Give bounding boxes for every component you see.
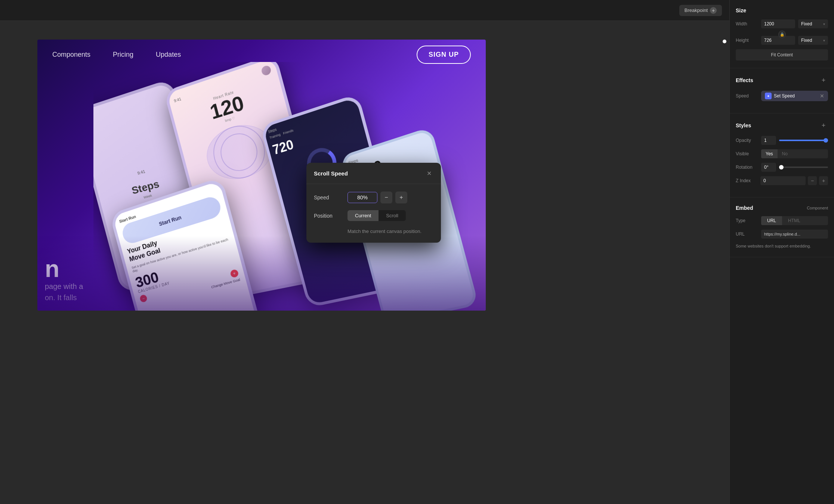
type-toggle: URL HTML bbox=[761, 216, 828, 225]
z-index-input[interactable] bbox=[760, 176, 806, 185]
dialog-close-button[interactable]: ✕ bbox=[424, 169, 433, 178]
type-url-button[interactable]: URL bbox=[761, 216, 782, 225]
speed-decrement-button[interactable]: − bbox=[380, 192, 392, 203]
hero-subtext: page with a on. It falls bbox=[45, 281, 83, 303]
rotation-slider-thumb bbox=[779, 165, 784, 169]
dialog-position-row: Position Current Scroll bbox=[314, 210, 433, 221]
speed-increment-button[interactable]: + bbox=[395, 192, 407, 203]
speed-input-wrapper: − + bbox=[348, 192, 433, 203]
opacity-slider-thumb bbox=[824, 138, 828, 143]
effects-section-header: Effects + bbox=[736, 76, 828, 85]
nav-cta-button[interactable]: SIGN UP bbox=[417, 46, 471, 64]
nav-link-updates[interactable]: Updates bbox=[156, 51, 181, 59]
width-mode-select[interactable]: Fixed ▾ bbox=[798, 19, 828, 28]
nav-links: Components Pricing Updates bbox=[52, 51, 417, 59]
embed-url-input[interactable] bbox=[761, 230, 828, 239]
embed-section-header: Embed Component bbox=[736, 205, 828, 211]
size-section-title: Size bbox=[736, 7, 746, 13]
dialog-speed-label: Speed bbox=[314, 195, 348, 200]
width-input[interactable] bbox=[761, 19, 795, 28]
breakpoint-button[interactable]: Breakpoint + bbox=[679, 5, 722, 16]
height-label: Height bbox=[736, 38, 758, 43]
embed-warning: Some websites don't support embedding. bbox=[736, 243, 828, 249]
right-panel: Size Width Fixed ▾ 🔒 Height Fixed bbox=[729, 0, 834, 504]
hero-text: n bbox=[45, 257, 59, 281]
nav-bar: Components Pricing Updates SIGN UP bbox=[37, 40, 486, 69]
effects-speed-row: Speed ✦ Set Speed ✕ bbox=[736, 91, 828, 101]
effects-add-button[interactable]: + bbox=[819, 76, 828, 85]
canvas-content: Components Pricing Updates SIGN UP 9:41 … bbox=[0, 21, 729, 504]
speed-badge-close-button[interactable]: ✕ bbox=[820, 93, 824, 99]
z-index-increment-button[interactable]: + bbox=[819, 176, 828, 185]
effects-speed-label: Speed bbox=[736, 93, 758, 99]
embed-type-label: Type bbox=[736, 218, 758, 223]
opacity-slider[interactable] bbox=[779, 140, 828, 141]
position-toggle: Current Scroll bbox=[348, 210, 406, 221]
opacity-label: Opacity bbox=[736, 138, 758, 143]
height-mode-text: Fixed bbox=[801, 38, 812, 43]
styles-section-title: Styles bbox=[736, 122, 751, 128]
visible-toggle: Yes No bbox=[761, 149, 828, 158]
speed-input[interactable] bbox=[348, 192, 377, 203]
width-chevron-icon: ▾ bbox=[823, 22, 825, 26]
position-scroll-button[interactable]: Scroll bbox=[379, 210, 406, 221]
nav-link-components[interactable]: Components bbox=[52, 51, 90, 59]
rotation-slider[interactable] bbox=[779, 167, 828, 168]
fit-content-button[interactable]: Fit Content bbox=[736, 49, 828, 60]
visible-yes-button[interactable]: Yes bbox=[761, 149, 778, 158]
rotation-label: Rotation bbox=[736, 165, 758, 170]
nav-link-pricing[interactable]: Pricing bbox=[113, 51, 133, 59]
embed-section: Embed Component Type URL HTML URL Some w… bbox=[730, 197, 834, 257]
speed-badge-icon: ✦ bbox=[765, 93, 772, 99]
top-toolbar: Breakpoint + bbox=[0, 0, 729, 21]
drag-handle[interactable] bbox=[723, 40, 726, 43]
rotation-row: Rotation bbox=[736, 163, 828, 172]
embed-type-row: Type URL HTML bbox=[736, 216, 828, 225]
styles-add-button[interactable]: + bbox=[819, 121, 828, 130]
z-index-decrement-button[interactable]: − bbox=[808, 176, 817, 185]
size-section-header: Size bbox=[736, 7, 828, 13]
dialog-title: Scroll Speed bbox=[314, 170, 348, 177]
visible-no-button[interactable]: No bbox=[778, 149, 792, 158]
embed-section-title: Embed bbox=[736, 205, 753, 211]
rotation-input[interactable] bbox=[761, 163, 776, 172]
effects-section: Effects + Speed ✦ Set Speed ✕ bbox=[730, 68, 834, 113]
visible-row: Visible Yes No bbox=[736, 149, 828, 158]
breakpoint-label: Breakpoint bbox=[685, 7, 708, 13]
size-section: Size Width Fixed ▾ 🔒 Height Fixed bbox=[730, 0, 834, 68]
styles-section: Styles + Opacity Visible Yes No Rotation bbox=[730, 113, 834, 197]
opacity-input[interactable] bbox=[761, 136, 776, 145]
dialog-position-label: Position bbox=[314, 213, 348, 219]
width-row: Width Fixed ▾ bbox=[736, 19, 828, 28]
embed-url-row: URL bbox=[736, 230, 828, 239]
z-index-label: Z Index bbox=[736, 178, 758, 183]
width-label: Width bbox=[736, 21, 758, 27]
embed-url-label: URL bbox=[736, 231, 758, 237]
width-mode-text: Fixed bbox=[801, 21, 812, 27]
z-index-row: Z Index − + bbox=[736, 176, 828, 185]
speed-badge: ✦ Set Speed ✕ bbox=[761, 91, 828, 101]
effects-section-title: Effects bbox=[736, 77, 753, 83]
embed-component-badge: Component bbox=[807, 206, 828, 210]
canvas-area: Breakpoint + Components Pricing Updates … bbox=[0, 0, 729, 504]
lock-icon[interactable]: 🔒 bbox=[778, 31, 786, 38]
breakpoint-plus-icon: + bbox=[710, 7, 717, 14]
visible-label: Visible bbox=[736, 151, 758, 156]
height-chevron-icon: ▾ bbox=[823, 38, 825, 43]
styles-section-header: Styles + bbox=[736, 121, 828, 130]
dialog-speed-row: Speed − + bbox=[314, 192, 433, 203]
opacity-row: Opacity bbox=[736, 136, 828, 145]
dialog-body: Speed − + Position Current Scroll bbox=[306, 184, 441, 243]
position-current-button[interactable]: Current bbox=[348, 210, 379, 221]
dialog-header: Scroll Speed ✕ bbox=[306, 163, 441, 184]
dialog-hint: Match the current canvas position. bbox=[348, 228, 433, 235]
type-html-button[interactable]: HTML bbox=[782, 216, 806, 225]
scroll-speed-dialog: Scroll Speed ✕ Speed − + Position bbox=[306, 163, 441, 243]
speed-badge-text: Set Speed bbox=[774, 93, 818, 99]
